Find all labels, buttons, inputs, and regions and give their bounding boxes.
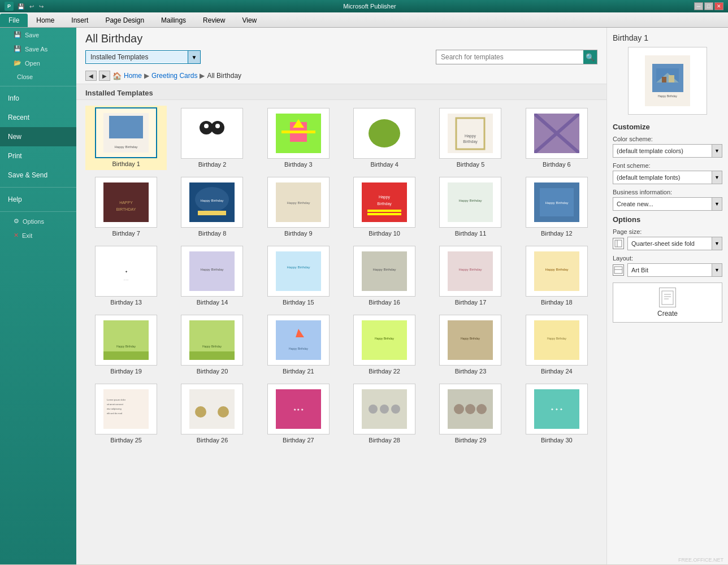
- template-card-23[interactable]: Happy BirthdayBirthday 23: [430, 312, 511, 377]
- svg-rect-91: [669, 75, 674, 82]
- maximize-btn[interactable]: □: [704, 2, 713, 10]
- svg-text:✦ ✦ ✦: ✦ ✦ ✦: [551, 407, 563, 411]
- svg-rect-43: [189, 251, 235, 291]
- sidebar-item-saveas[interactable]: 💾 Save As: [0, 42, 76, 56]
- forward-button[interactable]: ▶: [99, 71, 110, 81]
- breadcrumb-greeting-cards[interactable]: Greeting Cards: [151, 72, 197, 80]
- svg-text:Birthday: Birthday: [463, 140, 478, 144]
- template-card-17[interactable]: Happy BirthdayBirthday 17: [430, 244, 511, 308]
- template-source-dropdown-arrow[interactable]: ▼: [188, 51, 200, 63]
- tab-insert[interactable]: Insert: [63, 14, 97, 27]
- template-card-6[interactable]: Birthday 6: [516, 106, 597, 170]
- font-scheme-select[interactable]: (default template fonts) ▼: [613, 171, 722, 184]
- template-card-12[interactable]: Happy BirthdayBirthday 12: [516, 175, 597, 239]
- template-card-5[interactable]: HappyBirthdayBirthday 5: [430, 106, 511, 170]
- saveas-icon: 💾: [14, 45, 21, 53]
- template-card-21[interactable]: Happy BirthdayBirthday 21: [258, 312, 339, 377]
- template-card-1[interactable]: Happy BirthdayBirthday 1: [85, 106, 167, 170]
- create-button[interactable]: Create: [613, 282, 722, 323]
- svg-rect-47: [362, 251, 407, 291]
- template-card-27[interactable]: ★ ★ ★Birthday 27: [258, 381, 339, 446]
- font-scheme-value: (default template fonts): [613, 172, 712, 182]
- page-size-select[interactable]: Quarter-sheet side fold ▼: [627, 237, 722, 250]
- sidebar-item-new[interactable]: New: [0, 127, 76, 146]
- template-thumb-6: [526, 108, 588, 159]
- template-thumb-25: Lorem ipsum dolorsit amet consectetur ad…: [95, 384, 157, 434]
- template-thumb-26: [181, 384, 243, 434]
- template-card-7[interactable]: HAPPYBIRTHDAYBirthday 7: [85, 175, 167, 239]
- template-card-9[interactable]: Happy BirthdayBirthday 9: [258, 175, 339, 239]
- template-thumb-7: HAPPYBIRTHDAY: [95, 177, 157, 228]
- template-card-3[interactable]: Birthday 3: [258, 106, 339, 170]
- sidebar-item-close[interactable]: Close: [0, 70, 76, 84]
- business-info-arrow[interactable]: ▼: [712, 198, 722, 210]
- template-card-26[interactable]: Birthday 26: [171, 381, 253, 446]
- template-thumb-8: Happy Birthday: [181, 177, 243, 228]
- template-source-select[interactable]: ▼: [85, 50, 201, 64]
- template-card-2[interactable]: Birthday 2: [171, 106, 253, 170]
- color-scheme-select[interactable]: (default template colors) ▼: [613, 144, 722, 158]
- template-card-28[interactable]: Birthday 28: [344, 381, 425, 446]
- svg-point-74: [195, 406, 206, 418]
- page-size-arrow[interactable]: ▼: [712, 237, 722, 250]
- template-card-25[interactable]: Lorem ipsum dolorsit amet consectetur ad…: [85, 381, 167, 446]
- template-card-20[interactable]: Happy BirthdayBirthday 20: [171, 312, 253, 377]
- template-source-input[interactable]: [86, 51, 188, 63]
- svg-text:Happy Birthday: Happy Birthday: [287, 266, 310, 269]
- template-card-14[interactable]: Happy BirthdayBirthday 14: [171, 244, 253, 308]
- template-card-19[interactable]: Happy BirthdayBirthday 19: [85, 312, 167, 377]
- svg-point-83: [454, 404, 464, 414]
- breadcrumb-home[interactable]: Home: [124, 72, 142, 80]
- svg-text:Birthday: Birthday: [377, 202, 392, 206]
- close-btn[interactable]: ✕: [714, 2, 723, 10]
- template-card-22[interactable]: Happy BirthdayBirthday 22: [344, 312, 425, 377]
- template-card-29[interactable]: Birthday 29: [430, 381, 511, 446]
- template-card-11[interactable]: Happy BirthdayBirthday 11: [430, 175, 511, 239]
- template-card-4[interactable]: Birthday 4: [344, 106, 425, 170]
- sidebar-item-save-send[interactable]: Save & Send: [0, 166, 76, 185]
- layout-arrow[interactable]: ▼: [712, 264, 722, 276]
- svg-point-81: [391, 405, 400, 414]
- tab-view[interactable]: View: [233, 14, 265, 27]
- sidebar-item-exit[interactable]: ✕ Exit: [0, 228, 76, 242]
- template-card-16[interactable]: Happy BirthdayBirthday 16: [344, 244, 425, 308]
- sidebar-item-info[interactable]: Info: [0, 89, 76, 108]
- sidebar-item-help[interactable]: Help: [0, 190, 76, 209]
- tab-home[interactable]: Home: [28, 14, 63, 27]
- template-card-8[interactable]: Happy BirthdayBirthday 8: [171, 175, 253, 239]
- svg-point-75: [218, 406, 229, 418]
- color-scheme-arrow[interactable]: ▼: [712, 145, 722, 157]
- template-card-10[interactable]: HappyBirthdayBirthday 10: [344, 175, 425, 239]
- undo-quick-btn[interactable]: ↩: [28, 3, 36, 10]
- tab-page-design[interactable]: Page Design: [97, 14, 153, 27]
- sidebar-item-print[interactable]: Print: [0, 146, 76, 166]
- font-scheme-arrow[interactable]: ▼: [712, 171, 722, 184]
- templates-grid: Happy BirthdayBirthday 1Birthday 2Birthd…: [85, 106, 597, 446]
- redo-quick-btn[interactable]: ↪: [37, 3, 45, 10]
- sidebar-item-open[interactable]: 📂 Open: [0, 56, 76, 70]
- search-button[interactable]: 🔍: [583, 50, 597, 64]
- template-name-10: Birthday 10: [369, 230, 400, 237]
- search-input[interactable]: [436, 51, 583, 63]
- sidebar-item-options[interactable]: ⚙ Options: [0, 214, 76, 228]
- template-card-15[interactable]: Happy BirthdayBirthday 15: [258, 244, 339, 308]
- sidebar-item-save[interactable]: 💾 Save: [0, 28, 76, 42]
- create-doc-icon: [659, 288, 676, 307]
- tab-mailings[interactable]: Mailings: [153, 14, 194, 27]
- tab-review[interactable]: Review: [194, 14, 233, 27]
- template-card-30[interactable]: ✦ ✦ ✦Birthday 30: [516, 381, 597, 446]
- tab-file[interactable]: File: [0, 14, 28, 27]
- template-card-24[interactable]: Happy BirthdayBirthday 24: [516, 312, 597, 377]
- save-quick-btn[interactable]: 💾: [16, 3, 26, 10]
- business-info-select[interactable]: Create new... ▼: [613, 197, 722, 211]
- svg-text:elit sed do mod: elit sed do mod: [107, 412, 122, 415]
- template-card-18[interactable]: Happy BirthdayBirthday 18: [516, 244, 597, 308]
- minimize-btn[interactable]: ─: [694, 2, 703, 10]
- layout-select[interactable]: Art Bit ▼: [627, 263, 722, 277]
- template-name-17: Birthday 17: [455, 299, 487, 306]
- back-button[interactable]: ◀: [85, 71, 97, 81]
- template-card-13[interactable]: ✦- - -Birthday 13: [85, 244, 167, 308]
- sidebar-item-recent[interactable]: Recent: [0, 108, 76, 127]
- options-section: Options Page size: Quarter-sheet side fo…: [613, 215, 722, 277]
- svg-rect-45: [276, 251, 321, 291]
